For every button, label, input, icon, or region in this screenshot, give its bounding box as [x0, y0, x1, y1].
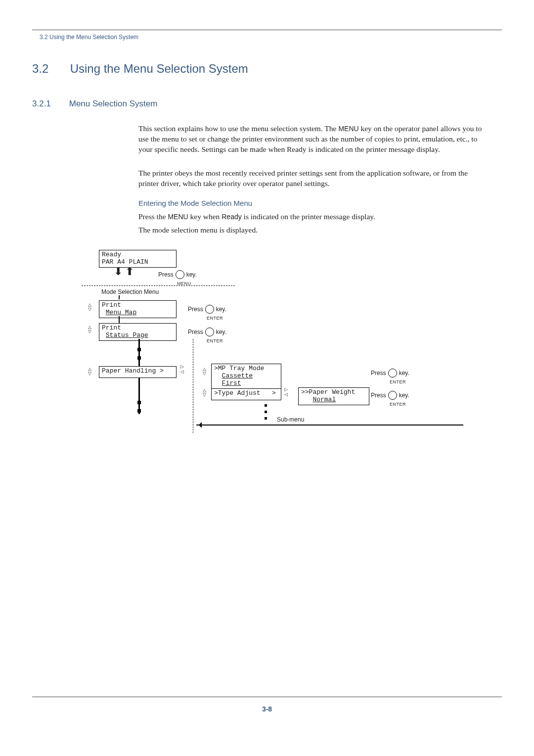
- press-enter-key: Presskey. ENTER: [188, 328, 226, 336]
- submenu-label: Sub-menu: [277, 416, 304, 423]
- button-icon: [388, 369, 397, 378]
- dashed-v-line: [193, 339, 193, 433]
- section-heading: 3.2 Using the Menu Selection System: [32, 62, 248, 76]
- button-icon: [205, 305, 214, 314]
- paragraph-3: Press the MENU key when Ready is indicat…: [138, 212, 485, 222]
- dots-continuation-icon: [137, 348, 141, 360]
- enter-label: ENTER: [390, 379, 406, 384]
- updown-icon: △▽: [203, 388, 206, 397]
- press-menu-key: Press key. MENU: [158, 270, 197, 279]
- button-icon: [176, 270, 184, 279]
- down-arrow-icon: ⬇: [114, 266, 123, 277]
- updown-icon: △▽: [203, 367, 206, 376]
- paragraph-1: This section explains how to use the men…: [138, 124, 485, 155]
- updown-icon: △▽: [88, 325, 91, 334]
- enter-label: ENTER: [390, 402, 406, 407]
- submenu-arrow: [196, 425, 463, 425]
- lcd-ready: Ready PAR A4 PLAIN: [99, 250, 177, 268]
- v-connector: [119, 295, 120, 299]
- lcd-type-adjust: >Type Adjust >: [211, 388, 281, 400]
- dots-continuation-icon: [265, 404, 267, 420]
- section-number: 3.2: [32, 62, 67, 76]
- paragraph-2: The printer obeys the most recently rece…: [138, 168, 485, 189]
- rightleft-icon: ▷◁: [180, 365, 184, 375]
- press-enter-key: Presskey. ENTER: [188, 305, 226, 314]
- menu-key-text: MENU: [168, 213, 188, 221]
- menu-diagram: Ready PAR A4 PLAIN ⬇ ⬆ Press key. MENU M…: [32, 250, 502, 448]
- menu-key-text: MENU: [338, 125, 358, 133]
- lcd-paper-handling: Paper Handling >: [99, 366, 177, 378]
- ready-text: Ready: [222, 213, 241, 221]
- enter-label: ENTER: [207, 338, 223, 343]
- dashed-separator: [82, 285, 235, 286]
- running-header: 3.2 Using the Menu Selection System: [40, 34, 138, 41]
- page-number: 3-8: [0, 705, 534, 713]
- section-title: Using the Menu Selection System: [70, 62, 248, 75]
- lcd-mp-tray-mode: >MP Tray Mode Cassette First: [211, 364, 281, 389]
- up-arrow-icon: ⬆: [125, 266, 134, 277]
- mode-selection-menu-label: Mode Selection Menu: [101, 288, 159, 295]
- rightleft-icon: ▷◁: [284, 387, 288, 397]
- press-enter-key: Presskey. ENTER: [371, 391, 409, 400]
- subheading: Entering the Mode Selection Menu: [138, 199, 252, 207]
- updown-icon: △▽: [88, 303, 91, 312]
- lcd-print-status-page: Print Status Page: [99, 323, 177, 341]
- subsection-number: 3.2.1: [32, 99, 67, 109]
- lcd-paper-weight: >>Paper Weight Normal: [298, 387, 369, 405]
- paragraph-4: The mode selection menu is displayed.: [138, 225, 485, 236]
- enter-label: ENTER: [207, 316, 223, 321]
- dots-continuation-icon: [137, 401, 141, 413]
- updown-icon: △▽: [88, 367, 91, 376]
- press-enter-key: Presskey. ENTER: [371, 369, 409, 378]
- subsection-heading: 3.2.1 Menu Selection System: [32, 99, 157, 109]
- subsection-title: Menu Selection System: [69, 99, 158, 108]
- bottom-rule: [32, 697, 502, 697]
- top-rule: [32, 30, 502, 30]
- lcd-print-menu-map: Print Menu Map: [99, 300, 177, 318]
- button-icon: [205, 328, 214, 336]
- v-connector: [119, 316, 120, 323]
- button-icon: [388, 391, 397, 400]
